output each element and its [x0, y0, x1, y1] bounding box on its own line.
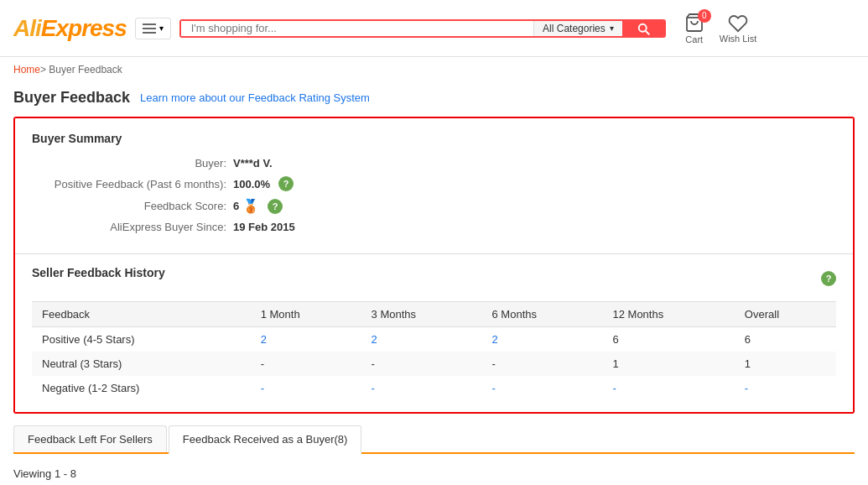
row-3months: 2: [361, 327, 482, 352]
since-value: 19 Feb 2015: [233, 221, 295, 233]
col-header-3months: 3 Months: [361, 302, 482, 327]
cart-badge: 0: [698, 9, 711, 23]
buyer-summary-title: Buyer Summary: [32, 132, 836, 145]
row-12months: -: [602, 376, 734, 400]
seller-feedback-help-icon[interactable]: ?: [821, 271, 836, 286]
buyer-row: Buyer: V***d V.: [32, 157, 836, 169]
tab-feedback-left-for-sellers[interactable]: Feedback Left For Sellers: [13, 425, 167, 452]
table-row: Negative (1-2 Stars) - - - - -: [32, 376, 836, 400]
row-overall: 1: [735, 352, 836, 376]
row-label: Negative (1-2 Stars): [32, 376, 251, 400]
heart-icon: [726, 13, 750, 34]
table-row: Neutral (3 Stars) - - - 1 1: [32, 352, 836, 376]
col-header-feedback: Feedback: [32, 302, 251, 327]
row-3months: -: [361, 352, 482, 376]
header: AliExpress ▾ All Categories ▾ 0 Cart: [0, 0, 868, 57]
buyer-summary: Buyer Summary Buyer: V***d V. Positive F…: [15, 118, 853, 254]
row-label: Positive (4-5 Stars): [32, 327, 251, 352]
row-6months: -: [482, 376, 603, 400]
table-header-row: Feedback 1 Month 3 Months 6 Months 12 Mo…: [32, 302, 836, 327]
positive-row: Positive Feedback (Past 6 months): 100.0…: [32, 176, 836, 191]
row-1month: -: [251, 376, 361, 400]
row-overall: 6: [735, 327, 836, 352]
col-header-12months: 12 Months: [602, 302, 734, 327]
positive-help-icon[interactable]: ?: [278, 176, 294, 191]
feedback-learn-link[interactable]: Learn more about our Feedback Rating Sys…: [140, 91, 370, 104]
seller-feedback-title: Seller Feedback History: [32, 266, 165, 279]
positive-label: Positive Feedback (Past 6 months):: [32, 178, 233, 190]
search-icon: [636, 21, 651, 36]
row-overall: -: [735, 376, 836, 400]
score-label: Feedback Score:: [32, 200, 233, 212]
menu-button[interactable]: ▾: [135, 18, 171, 39]
score-value: 6: [233, 200, 239, 212]
positive-value: 100.0%: [233, 178, 270, 190]
col-header-overall: Overall: [735, 302, 836, 327]
breadcrumb-separator: >: [40, 64, 49, 76]
page-title-bar: Buyer Feedback Learn more about our Feed…: [0, 82, 868, 117]
since-row: AliExpress Buyer Since: 19 Feb 2015: [32, 221, 836, 233]
buyer-value: V***d V.: [233, 157, 273, 169]
category-selector[interactable]: All Categories ▾: [533, 21, 622, 36]
cart-label: Cart: [685, 34, 703, 44]
breadcrumb-current: Buyer Feedback: [49, 64, 122, 76]
chevron-down-icon: ▾: [159, 23, 164, 33]
search-input[interactable]: [181, 21, 533, 36]
medal-icon: 🥉: [242, 198, 259, 214]
score-help-icon[interactable]: ?: [268, 199, 283, 214]
chevron-down-icon: ▾: [610, 23, 614, 33]
row-6months: -: [482, 352, 603, 376]
header-actions: 0 Cart Wish List: [683, 13, 757, 44]
seller-feedback: Seller Feedback History ? Feedback 1 Mon…: [15, 254, 853, 412]
breadcrumb: Home> Buyer Feedback: [0, 57, 868, 82]
search-button[interactable]: [622, 21, 664, 36]
row-12months: 1: [602, 352, 734, 376]
buyer-label: Buyer:: [32, 157, 233, 169]
cart-button[interactable]: 0 Cart: [683, 13, 706, 44]
tab-feedback-received-as-buyer[interactable]: Feedback Received as a Buyer(8): [169, 425, 362, 454]
row-12months: 6: [602, 327, 734, 352]
hamburger-icon: [143, 23, 156, 34]
viewing-text: Viewing 1 - 8: [13, 462, 855, 485]
search-bar: All Categories ▾: [179, 19, 666, 38]
row-6months: 2: [482, 327, 603, 352]
seller-feedback-title-row: Seller Feedback History ?: [32, 266, 836, 291]
breadcrumb-home[interactable]: Home: [13, 64, 40, 76]
category-label: All Categories: [543, 23, 606, 34]
score-row: Feedback Score: 6 🥉 ?: [32, 198, 836, 214]
feedback-box: Buyer Summary Buyer: V***d V. Positive F…: [13, 117, 855, 414]
tabs-bar: Feedback Left For Sellers Feedback Recei…: [13, 425, 855, 454]
main-content: Buyer Summary Buyer: V***d V. Positive F…: [0, 117, 868, 485]
col-header-6months: 6 Months: [482, 302, 603, 327]
row-1month: 2: [251, 327, 361, 352]
wishlist-button[interactable]: Wish List: [720, 13, 757, 44]
logo[interactable]: AliExpress: [13, 15, 127, 42]
row-3months: -: [361, 376, 482, 400]
row-1month: -: [251, 352, 361, 376]
row-label: Neutral (3 Stars): [32, 352, 251, 376]
col-header-1month: 1 Month: [251, 302, 361, 327]
page-title: Buyer Feedback: [13, 89, 130, 107]
table-row: Positive (4-5 Stars) 2 2 2 6 6: [32, 327, 836, 352]
wishlist-label: Wish List: [720, 34, 757, 44]
feedback-table: Feedback 1 Month 3 Months 6 Months 12 Mo…: [32, 301, 836, 400]
since-label: AliExpress Buyer Since:: [32, 221, 233, 233]
